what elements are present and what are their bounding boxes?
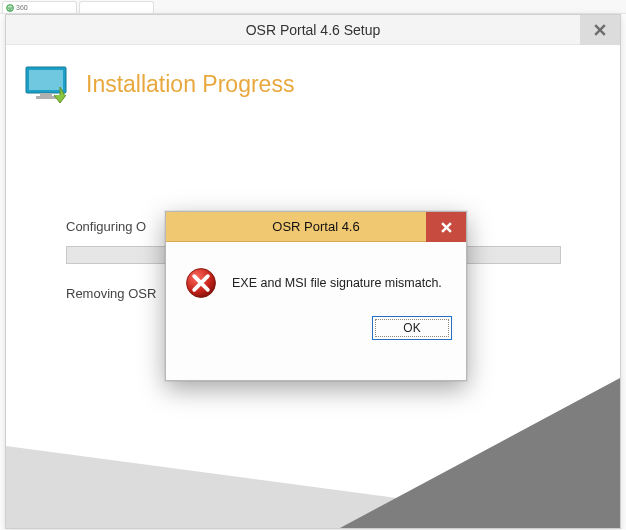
- error-dialog-button-row: OK: [166, 308, 466, 354]
- error-icon: [184, 266, 218, 300]
- browser-tab[interactable]: [79, 1, 154, 13]
- svg-rect-2: [29, 70, 63, 90]
- browser-tab-strip: 360: [0, 0, 626, 14]
- close-icon: [594, 24, 606, 36]
- error-dialog: OSR Portal 4.6 EXE and MSI file signatur…: [165, 211, 467, 381]
- setup-window-title: OSR Portal 4.6 Setup: [246, 22, 381, 38]
- decor-ribbon-dark: [340, 378, 620, 528]
- error-dialog-title: OSR Portal 4.6: [272, 219, 359, 234]
- browser-tab-label: 360: [16, 4, 28, 11]
- svg-rect-3: [40, 93, 52, 96]
- close-icon: [441, 222, 452, 233]
- error-dialog-body: EXE and MSI file signature mismatch.: [166, 242, 466, 308]
- error-dialog-close-button[interactable]: [426, 212, 466, 242]
- install-monitor-icon: [24, 65, 74, 109]
- svg-rect-4: [36, 96, 56, 99]
- browser-tab[interactable]: 360: [2, 1, 77, 13]
- setup-titlebar: OSR Portal 4.6 Setup: [6, 15, 620, 45]
- setup-heading-row: Installation Progress: [24, 65, 585, 109]
- error-dialog-titlebar: OSR Portal 4.6: [166, 212, 466, 242]
- error-dialog-message: EXE and MSI file signature mismatch.: [232, 276, 442, 290]
- ok-button[interactable]: OK: [372, 316, 452, 340]
- setup-close-button[interactable]: [580, 15, 620, 45]
- setup-heading: Installation Progress: [86, 65, 294, 98]
- globe-360-icon: [6, 4, 14, 12]
